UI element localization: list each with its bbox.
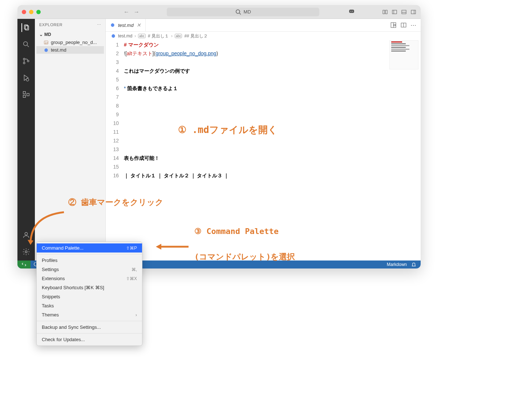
source-control-icon[interactable]: [22, 57, 31, 65]
menu-item[interactable]: Extensions⇧⌘X: [37, 274, 142, 283]
minimap[interactable]: [389, 40, 418, 69]
svg-line-16: [27, 45, 29, 47]
chevron-right-icon: ›: [171, 33, 173, 39]
search-icon[interactable]: [22, 40, 31, 49]
code-line[interactable]: [124, 93, 421, 101]
breadcrumb-h2: ## 見出し２: [184, 33, 208, 39]
menu-item-label: Backup and Sync Settings...: [42, 324, 101, 330]
editor-area: test.md ✕ ⋯ test.md › abc # 見出し１ › abc #…: [106, 19, 421, 261]
file-item[interactable]: group_people_no_d...: [36, 39, 104, 46]
nav-arrows: ← →: [124, 9, 139, 15]
folder-name: MD: [44, 32, 51, 37]
menu-item-shortcut: ⌘,: [131, 267, 137, 272]
symbol-icon: abc: [175, 34, 182, 38]
menu-item[interactable]: Profiles: [37, 256, 142, 265]
menu-item-label: Tasks: [42, 303, 54, 308]
bell-icon[interactable]: [411, 262, 416, 267]
menu-item[interactable]: Backup and Sync Settings...: [37, 323, 142, 332]
breadcrumb-h1: # 見出し１: [148, 33, 169, 39]
panel-left-icon[interactable]: [392, 9, 397, 15]
code-line[interactable]: [124, 162, 421, 171]
layout-icon[interactable]: [382, 9, 388, 15]
preview-icon[interactable]: [390, 22, 397, 28]
search-text: MD: [244, 9, 251, 15]
nav-back-icon[interactable]: ←: [124, 9, 129, 15]
code-line[interactable]: [124, 58, 421, 66]
nav-forward-icon[interactable]: →: [134, 9, 139, 15]
tab-title: test.md: [118, 23, 134, 28]
code-line[interactable]: * 箇条書きもできるよ１: [124, 84, 421, 93]
panel-bottom-icon[interactable]: [401, 9, 407, 15]
chevron-down-icon: ⌄: [39, 32, 43, 37]
menu-item[interactable]: Settings⌘,: [37, 265, 142, 274]
svg-rect-11: [411, 10, 416, 14]
svg-marker-37: [156, 244, 161, 250]
chevron-right-icon: ›: [135, 312, 137, 318]
close-window-button[interactable]: [22, 10, 26, 14]
markdown-file-icon: [110, 23, 115, 28]
close-tab-icon[interactable]: ✕: [137, 22, 141, 28]
code-line[interactable]: [124, 101, 421, 110]
language-mode[interactable]: Markdown: [387, 262, 407, 267]
extensions-icon[interactable]: [22, 90, 31, 99]
menu-item-label: Profiles: [42, 258, 57, 263]
svg-point-18: [23, 62, 25, 64]
command-center-search[interactable]: MD: [167, 8, 319, 16]
more-icon[interactable]: ⋯: [97, 23, 101, 27]
svg-rect-9: [402, 10, 406, 14]
settings-gear-icon[interactable]: [22, 247, 31, 256]
annotation-step2: ② 歯車マークをクリック: [68, 197, 163, 208]
menu-item[interactable]: Check for Updates...: [37, 335, 142, 344]
code-line[interactable]: ｜ タイトル１ ｜ タイトル２ ｜ タイトル３ ｜: [124, 171, 421, 180]
menu-separator: [37, 321, 142, 321]
maximize-window-button[interactable]: [36, 10, 41, 14]
run-debug-icon[interactable]: [22, 73, 31, 82]
traffic-lights: [22, 10, 41, 14]
file-name: group_people_no_d...: [51, 40, 97, 45]
file-item[interactable]: test.md: [36, 46, 104, 54]
menu-item-label: Settings: [42, 267, 59, 272]
split-editor-icon[interactable]: [400, 22, 407, 28]
svg-point-21: [26, 78, 29, 81]
code-line[interactable]: # マークダウン: [124, 40, 421, 49]
menu-item[interactable]: Keyboard Shortcuts [⌘K ⌘S]: [37, 283, 142, 292]
code-line[interactable]: ![altテキスト](group_people_no_dog.png): [124, 49, 421, 58]
remote-indicator[interactable]: [17, 261, 31, 268]
svg-rect-7: [392, 10, 397, 14]
tab-actions: ⋯: [390, 22, 421, 29]
code-line[interactable]: 表も作成可能！: [124, 154, 421, 162]
explorer-icon[interactable]: [21, 23, 30, 32]
symbol-icon: abc: [138, 34, 146, 38]
annotation-step3b: (コマンドパレット)を選択: [194, 251, 295, 262]
more-icon[interactable]: ⋯: [410, 22, 416, 29]
menu-item[interactable]: Tasks: [37, 301, 142, 310]
copilot-icon[interactable]: [348, 8, 355, 16]
menu-item[interactable]: Snippets: [37, 292, 142, 301]
folder-header[interactable]: ⌄ MD: [36, 31, 104, 39]
titlebar: ← → MD: [17, 5, 421, 19]
menu-item[interactable]: Themes›: [37, 310, 142, 319]
svg-rect-22: [23, 92, 25, 94]
svg-rect-23: [23, 95, 25, 97]
breadcrumb[interactable]: test.md › abc # 見出し１ › abc ## 見出し２: [106, 32, 421, 40]
code-line[interactable]: これはマークダウンの例です: [124, 66, 421, 75]
svg-point-26: [25, 251, 27, 253]
image-file-icon: [44, 40, 49, 45]
menu-separator: [37, 333, 142, 334]
annotation-step1: ① .mdファイルを開く: [178, 124, 278, 136]
sidebar-title: EXPLORER: [39, 23, 62, 27]
menu-separator: [37, 254, 142, 254]
svg-point-19: [27, 60, 29, 62]
minimize-window-button[interactable]: [29, 10, 33, 14]
menu-item-label: Keyboard Shortcuts [⌘K ⌘S]: [42, 285, 104, 290]
panel-right-icon[interactable]: [410, 9, 416, 15]
code-line[interactable]: [124, 110, 421, 119]
svg-rect-6: [385, 10, 387, 14]
code-line[interactable]: [124, 145, 421, 154]
markdown-file-icon: [111, 33, 116, 39]
code-line[interactable]: [124, 136, 421, 145]
menu-item-shortcut: ⇧⌘P: [126, 246, 137, 251]
svg-point-4: [352, 11, 353, 11]
code-line[interactable]: [124, 75, 421, 84]
editor-tab[interactable]: test.md ✕: [106, 19, 146, 31]
